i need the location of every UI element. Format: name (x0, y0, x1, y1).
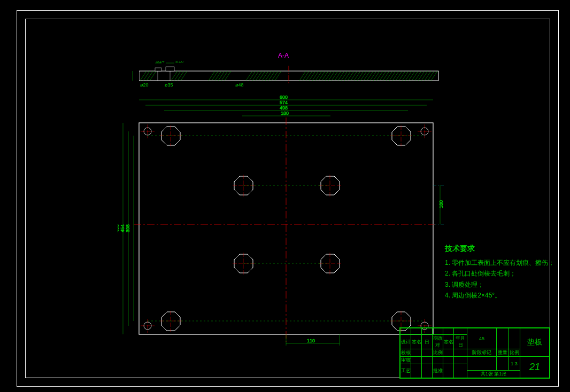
svg-line-2 (143, 71, 150, 81)
svg-line-17 (252, 71, 259, 81)
tb-cell: 审核 (400, 357, 411, 364)
svg-line-21 (265, 71, 272, 81)
tb-cell: 批准 (433, 364, 443, 378)
svg-text:ø35: ø35 (165, 82, 173, 88)
svg-line-45 (364, 71, 370, 81)
svg-line-4 (150, 71, 156, 81)
title-block: 45 垫板 设计 签名 日 期改对 签名 年月日 校核 比例 阶段标记 重量 比… (399, 327, 550, 379)
tech-req-item: 3. 调质处理； (445, 279, 554, 290)
svg-line-46 (367, 71, 373, 81)
tb-cell: 设计 (400, 335, 411, 349)
tb-part-name: 垫板 (520, 328, 550, 357)
tb-cell: 期改对 (433, 335, 443, 349)
svg-marker-98 (161, 312, 180, 331)
svg-line-37 (338, 71, 344, 81)
svg-line-3 (147, 71, 153, 81)
section-label: A-A (278, 52, 289, 59)
svg-line-24 (275, 71, 281, 81)
svg-line-23 (272, 71, 278, 81)
tb-cell: 校核 (400, 349, 411, 357)
svg-marker-97 (392, 127, 411, 145)
tb-drawing-no: 21 (520, 357, 550, 378)
svg-line-57 (402, 71, 409, 81)
svg-marker-102 (234, 254, 253, 273)
tb-cell: 日 (422, 335, 433, 349)
svg-marker-101 (321, 176, 340, 195)
svg-line-66 (431, 71, 437, 81)
svg-line-30 (315, 71, 322, 81)
svg-line-15 (246, 71, 252, 81)
svg-line-54 (392, 71, 399, 81)
svg-text:600: 600 (280, 95, 288, 100)
svg-line-7 (178, 71, 184, 81)
svg-line-33 (325, 71, 332, 81)
svg-line-19 (259, 71, 265, 81)
svg-line-65 (428, 71, 434, 81)
svg-line-26 (303, 71, 309, 81)
svg-line-49 (376, 71, 383, 81)
svg-rect-67 (155, 68, 161, 71)
technical-requirements: 技术要求 1. 零件加工表面上不应有划痕、擦伤； 2. 各孔口处倒棱去毛刺； 3… (445, 242, 554, 301)
svg-line-42 (354, 71, 360, 81)
tb-cell: 签名 (411, 335, 422, 349)
tb-cell: 工艺 (400, 364, 411, 378)
section-height-dim: 30 (127, 61, 139, 88)
svg-text:454: 454 (120, 224, 125, 232)
svg-text:110: 110 (307, 338, 315, 343)
svg-line-16 (249, 71, 256, 81)
svg-line-59 (409, 71, 415, 81)
svg-line-56 (399, 71, 405, 81)
tb-cell: 重量 (497, 349, 509, 357)
tech-req-item: 4. 周边倒棱2×45°。 (445, 290, 554, 301)
svg-line-41 (351, 71, 357, 81)
svg-line-61 (415, 71, 421, 81)
tb-cell: 年月日 (454, 335, 467, 349)
tech-req-item: 2. 各孔口处倒棱去毛刺； (445, 268, 554, 279)
section-view-aa: ø14 ø18 ø35 ø48 ø20 (139, 61, 444, 88)
svg-line-64 (425, 71, 431, 81)
svg-line-11 (215, 71, 221, 81)
svg-line-20 (262, 71, 268, 81)
svg-line-25 (299, 71, 306, 81)
svg-line-62 (418, 71, 425, 81)
tech-req-title: 技术要求 (445, 242, 554, 255)
tech-req-item: 1. 零件加工表面上不应有划痕、擦伤； (445, 257, 554, 268)
svg-line-55 (396, 71, 402, 81)
tb-cell: 阶段标记 (467, 349, 497, 357)
svg-line-36 (335, 71, 341, 81)
svg-line-52 (386, 71, 392, 81)
svg-line-48 (373, 71, 380, 81)
svg-line-44 (360, 71, 367, 81)
svg-line-39 (344, 71, 351, 81)
svg-line-6 (174, 71, 181, 81)
svg-line-34 (328, 71, 335, 81)
svg-text:398: 398 (125, 224, 130, 232)
svg-line-35 (332, 71, 338, 81)
tb-cell: 签名 (443, 335, 454, 349)
svg-marker-96 (161, 127, 180, 145)
svg-line-28 (309, 71, 315, 81)
svg-line-5 (171, 71, 178, 81)
svg-text:498: 498 (280, 105, 288, 111)
svg-line-13 (221, 71, 228, 81)
svg-line-58 (405, 71, 412, 81)
tb-sheet: 共1张 第1张 (467, 371, 520, 378)
svg-line-38 (341, 71, 348, 81)
svg-line-1 (140, 71, 147, 81)
svg-text:574: 574 (280, 100, 288, 105)
svg-line-27 (306, 71, 312, 81)
tb-cell: 比例 (509, 349, 520, 357)
svg-line-14 (225, 71, 231, 81)
plan-view: 600 574 498 180 (118, 93, 460, 355)
svg-text:ø20: ø20 (140, 82, 149, 88)
svg-text:ø14: ø14 (156, 61, 165, 64)
svg-line-32 (322, 71, 328, 81)
svg-line-10 (212, 71, 218, 81)
svg-line-9 (209, 71, 215, 81)
svg-line-40 (348, 71, 354, 81)
svg-marker-103 (321, 254, 340, 273)
svg-rect-68 (166, 67, 174, 71)
svg-line-8 (181, 71, 187, 81)
svg-line-43 (357, 71, 364, 81)
svg-text:ø48: ø48 (235, 82, 244, 88)
